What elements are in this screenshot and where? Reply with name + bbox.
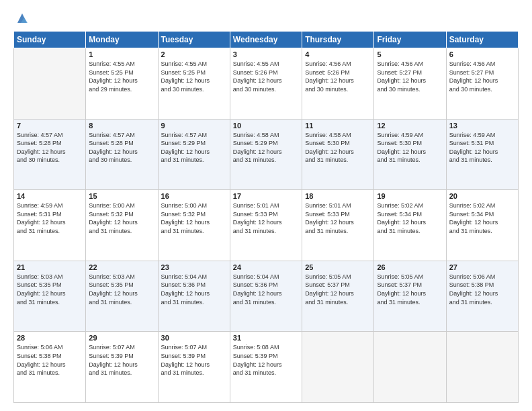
day-number: 24 [233,263,299,271]
day-header-friday: Friday [374,32,446,48]
day-header-saturday: Saturday [446,32,518,48]
day-info: Sunrise: 5:07 AMSunset: 5:39 PMDaylight:… [89,343,154,377]
day-number: 14 [17,192,83,200]
day-number: 8 [89,122,154,130]
day-info: Sunrise: 4:59 AMSunset: 5:31 PMDaylight:… [449,131,515,165]
day-number: 29 [89,334,154,342]
calendar-cell: 10Sunrise: 4:58 AMSunset: 5:29 PMDayligh… [230,119,302,190]
calendar-cell [374,332,446,403]
day-info: Sunrise: 5:00 AMSunset: 5:32 PMDaylight:… [161,201,227,235]
day-number: 1 [89,50,154,58]
day-info: Sunrise: 5:06 AMSunset: 5:38 PMDaylight:… [17,343,83,377]
calendar-cell [302,332,374,403]
calendar-cell: 22Sunrise: 5:03 AMSunset: 5:35 PMDayligh… [86,261,158,332]
calendar-cell: 11Sunrise: 4:58 AMSunset: 5:30 PMDayligh… [302,119,374,190]
day-info: Sunrise: 5:03 AMSunset: 5:35 PMDaylight:… [89,273,154,306]
day-number: 13 [449,122,515,130]
calendar-week-2: 7Sunrise: 4:57 AMSunset: 5:28 PMDaylight… [14,119,519,190]
day-number: 11 [305,122,371,130]
calendar-cell [446,332,518,403]
day-info: Sunrise: 4:59 AMSunset: 5:30 PMDaylight:… [377,131,443,165]
day-number: 25 [305,263,371,271]
day-number: 6 [449,50,515,58]
day-info: Sunrise: 5:08 AMSunset: 5:39 PMDaylight:… [233,343,299,377]
day-number: 2 [161,50,227,58]
day-info: Sunrise: 5:04 AMSunset: 5:36 PMDaylight:… [161,273,227,306]
calendar-cell: 19Sunrise: 5:02 AMSunset: 5:34 PMDayligh… [374,190,446,261]
day-info: Sunrise: 4:56 AMSunset: 5:27 PMDaylight:… [377,60,443,93]
calendar-body: 1Sunrise: 4:55 AMSunset: 5:25 PMDaylight… [14,48,519,403]
day-info: Sunrise: 5:01 AMSunset: 5:33 PMDaylight:… [233,201,299,235]
logo-icon [15,11,30,26]
day-info: Sunrise: 5:04 AMSunset: 5:36 PMDaylight:… [233,273,299,306]
calendar-week-1: 1Sunrise: 4:55 AMSunset: 5:25 PMDaylight… [14,48,519,120]
day-number: 23 [161,263,227,271]
calendar-cell: 28Sunrise: 5:06 AMSunset: 5:38 PMDayligh… [14,332,86,403]
calendar-cell: 2Sunrise: 4:55 AMSunset: 5:25 PMDaylight… [158,48,230,120]
calendar-cell: 16Sunrise: 5:00 AMSunset: 5:32 PMDayligh… [158,190,230,261]
day-header-tuesday: Tuesday [158,32,230,48]
day-info: Sunrise: 4:58 AMSunset: 5:30 PMDaylight:… [305,131,371,165]
day-info: Sunrise: 4:55 AMSunset: 5:26 PMDaylight:… [233,60,299,93]
calendar-cell: 6Sunrise: 4:56 AMSunset: 5:27 PMDaylight… [446,48,518,120]
day-header-monday: Monday [86,32,158,48]
day-info: Sunrise: 5:02 AMSunset: 5:34 PMDaylight:… [377,201,443,235]
calendar-cell: 18Sunrise: 5:01 AMSunset: 5:33 PMDayligh… [302,190,374,261]
day-header-thursday: Thursday [302,32,374,48]
day-number: 20 [449,192,515,200]
calendar-week-4: 21Sunrise: 5:03 AMSunset: 5:35 PMDayligh… [14,261,519,332]
calendar-cell: 15Sunrise: 5:00 AMSunset: 5:32 PMDayligh… [86,190,158,261]
calendar-cell: 26Sunrise: 5:05 AMSunset: 5:37 PMDayligh… [374,261,446,332]
day-number: 21 [17,263,83,271]
day-number: 17 [233,192,299,200]
day-header-sunday: Sunday [14,32,86,48]
calendar-cell: 4Sunrise: 4:56 AMSunset: 5:26 PMDaylight… [302,48,374,120]
day-number: 9 [161,122,227,130]
day-number: 16 [161,192,227,200]
calendar-cell: 3Sunrise: 4:55 AMSunset: 5:26 PMDaylight… [230,48,302,120]
day-info: Sunrise: 4:55 AMSunset: 5:25 PMDaylight:… [161,60,227,93]
day-info: Sunrise: 4:55 AMSunset: 5:25 PMDaylight:… [89,60,154,93]
calendar-cell: 20Sunrise: 5:02 AMSunset: 5:34 PMDayligh… [446,190,518,261]
calendar-week-3: 14Sunrise: 4:59 AMSunset: 5:31 PMDayligh… [14,190,519,261]
day-info: Sunrise: 4:58 AMSunset: 5:29 PMDaylight:… [233,131,299,165]
calendar-cell: 14Sunrise: 4:59 AMSunset: 5:31 PMDayligh… [14,190,86,261]
day-number: 18 [305,192,371,200]
day-info: Sunrise: 5:00 AMSunset: 5:32 PMDaylight:… [89,201,154,235]
calendar-cell: 5Sunrise: 4:56 AMSunset: 5:27 PMDaylight… [374,48,446,120]
calendar-cell: 23Sunrise: 5:04 AMSunset: 5:36 PMDayligh… [158,261,230,332]
calendar-cell [14,48,86,120]
day-number: 7 [17,122,83,130]
header [13,11,519,24]
day-number: 3 [233,50,299,58]
day-number: 19 [377,192,443,200]
calendar-cell: 24Sunrise: 5:04 AMSunset: 5:36 PMDayligh… [230,261,302,332]
calendar-cell: 25Sunrise: 5:05 AMSunset: 5:37 PMDayligh… [302,261,374,332]
day-info: Sunrise: 4:57 AMSunset: 5:28 PMDaylight:… [89,131,154,165]
calendar-cell: 30Sunrise: 5:07 AMSunset: 5:39 PMDayligh… [158,332,230,403]
calendar-cell: 7Sunrise: 4:57 AMSunset: 5:28 PMDaylight… [14,119,86,190]
day-number: 5 [377,50,443,58]
day-info: Sunrise: 5:01 AMSunset: 5:33 PMDaylight:… [305,201,371,235]
day-number: 15 [89,192,154,200]
day-info: Sunrise: 5:02 AMSunset: 5:34 PMDaylight:… [449,201,515,235]
calendar-cell: 17Sunrise: 5:01 AMSunset: 5:33 PMDayligh… [230,190,302,261]
day-number: 28 [17,334,83,342]
day-info: Sunrise: 4:59 AMSunset: 5:31 PMDaylight:… [17,201,83,235]
calendar-cell: 1Sunrise: 4:55 AMSunset: 5:25 PMDaylight… [86,48,158,120]
day-info: Sunrise: 4:57 AMSunset: 5:28 PMDaylight:… [17,131,83,165]
calendar-cell: 12Sunrise: 4:59 AMSunset: 5:30 PMDayligh… [374,119,446,190]
calendar-table: SundayMondayTuesdayWednesdayThursdayFrid… [13,31,519,403]
calendar-cell: 27Sunrise: 5:06 AMSunset: 5:38 PMDayligh… [446,261,518,332]
day-info: Sunrise: 5:05 AMSunset: 5:37 PMDaylight:… [377,273,443,306]
day-number: 31 [233,334,299,342]
day-info: Sunrise: 4:56 AMSunset: 5:27 PMDaylight:… [449,60,515,93]
day-header-wednesday: Wednesday [230,32,302,48]
day-info: Sunrise: 4:56 AMSunset: 5:26 PMDaylight:… [305,60,371,93]
calendar-header-row: SundayMondayTuesdayWednesdayThursdayFrid… [14,32,519,48]
day-number: 12 [377,122,443,130]
day-number: 22 [89,263,154,271]
day-number: 27 [449,263,515,271]
calendar-cell: 21Sunrise: 5:03 AMSunset: 5:35 PMDayligh… [14,261,86,332]
day-number: 26 [377,263,443,271]
